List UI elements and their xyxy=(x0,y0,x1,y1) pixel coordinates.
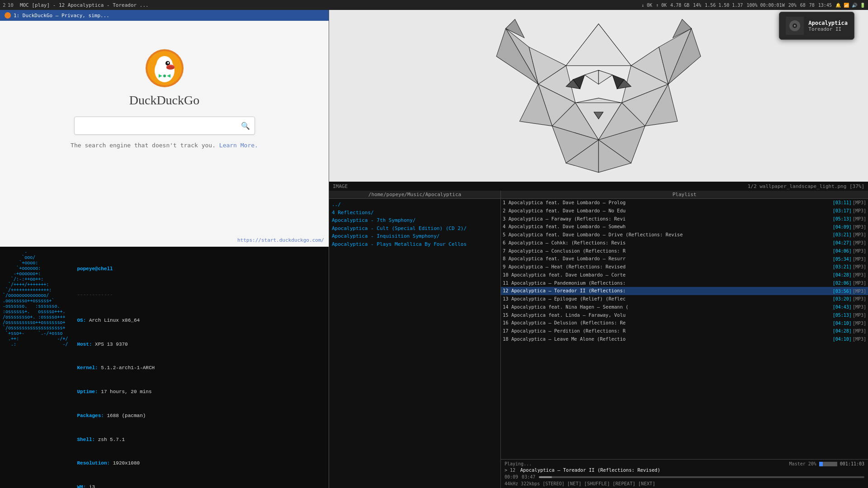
disk-usage: 4.78 GB xyxy=(670,3,689,8)
search-icon[interactable]: 🔍 xyxy=(241,122,250,130)
svg-point-5 xyxy=(167,62,169,64)
mem-usage: 78 xyxy=(809,3,815,8)
playlist-item[interactable]: 15 Apocalyptica feat. Linda – Faraway, V… xyxy=(501,311,868,319)
playlist-item[interactable]: 12 Apocalyptica – Toreador II (Reflectio… xyxy=(501,287,868,295)
browser-content: DuckDuckGo 🔍 The search engine that does… xyxy=(0,21,329,247)
file-list[interactable]: ../4 Reflections/Apocalyptica - 7th Symp… xyxy=(329,199,500,488)
playlist-item-format: [MP3] xyxy=(853,304,866,310)
playlist-item-format: [MP3] xyxy=(853,328,866,334)
playlist-item[interactable]: 8 Apocalyptica feat. Dave Lombardo – Res… xyxy=(501,255,868,263)
playlist-item-format: [MP3] xyxy=(853,336,866,343)
sysinfo-os: OS: Arch Linux x86_64 xyxy=(77,317,207,325)
playlist-header: Playlist xyxy=(501,191,868,199)
playlist-item-duration: [03:21] xyxy=(833,231,852,238)
playlist-item-duration: [05:13] xyxy=(833,216,852,222)
workspace-10[interactable]: 10 xyxy=(8,2,14,8)
sysinfo-resolution: Resolution: 868x488 xyxy=(77,460,207,468)
load-avg: 1.56 1.50 1.37 xyxy=(705,3,743,8)
file-item[interactable]: Apocalyptica - 7th Symphony/ xyxy=(331,216,499,225)
sys-tray-icons: 🔔 📶 🔊 🔋 xyxy=(835,3,865,8)
browser-tab-title: 1: DuckDuckGo — Privacy, simp... xyxy=(14,13,109,19)
workspace-numbers[interactable]: 2 10 xyxy=(3,2,14,8)
playlist-item[interactable]: 1 Apocalyptica feat. Dave Lombardo – Pro… xyxy=(501,199,868,207)
shuffle-btn[interactable]: [SHUFFLE] xyxy=(584,481,610,486)
playlist-item[interactable]: 10 Apocalyptica feat. Dave Lombardo – Co… xyxy=(501,271,868,279)
playlist-item[interactable]: 11 Apocalyptica – Pandemonium (Reflectio… xyxy=(501,279,868,287)
repeat-btn[interactable]: [REPEAT] xyxy=(613,481,636,486)
playlist-item[interactable]: 3 Apocalyptica – Faraway (Reflections: R… xyxy=(501,215,868,223)
playlist-item[interactable]: 5 Apocalyptica feat. Dave Lombardo – Dri… xyxy=(501,231,868,239)
sysinfo-packages: Packages: 1688 (pacman) xyxy=(77,412,207,420)
playlist-item-format: [MP3] xyxy=(853,296,866,302)
playlist-item[interactable]: 2 Apocalyptica feat. Dave Lombardo – No … xyxy=(501,207,868,215)
playlist-item[interactable]: 6 Apocalyptica – Cohkk: (Reflections: Re… xyxy=(501,239,868,247)
playlist-item-title: 1 Apocalyptica feat. Dave Lombardo – Pro… xyxy=(503,199,832,206)
file-item[interactable]: Apocalyptica - Inquisition Symphony/ xyxy=(331,232,499,240)
sysinfo-block: popeye@chell ------------ OS: Arch Linux… xyxy=(77,249,207,488)
playlist-item-duration: [04:43] xyxy=(833,304,852,310)
sysinfo-host: Host: XPS 13 9370 xyxy=(77,341,207,349)
now-playing: > 12 Apocalyptica – Toreador II (Reflect… xyxy=(505,467,864,473)
workspace-2[interactable]: 2 xyxy=(3,2,6,8)
next-btn[interactable]: [NEXT] xyxy=(638,481,656,486)
net-btn[interactable]: [NET] xyxy=(567,481,581,486)
playlist-item-format: [MP3] xyxy=(853,288,866,295)
browser-tab[interactable]: 1: DuckDuckGo — Privacy, simp... xyxy=(0,10,329,21)
track-arrow: > 12 xyxy=(505,468,515,473)
playlist-item-duration: [04:10] xyxy=(833,320,852,327)
image-status-bar: IMAGE 1/2 wallpaper_landscape_light.png … xyxy=(329,182,868,191)
playlist-item-format: [MP3] xyxy=(853,207,866,214)
playlist-item-title: 3 Apocalyptica – Faraway (Reflections: R… xyxy=(503,216,832,223)
playlist-item-duration: [04:28] xyxy=(833,328,852,334)
playlist-item-title: 13 Apocalyptica – Epilogue (Relief) (Ref… xyxy=(503,296,832,303)
progress-track[interactable] xyxy=(539,476,864,478)
playlist-item-format: [MP3] xyxy=(853,199,866,206)
playlist-item-duration: [04:09] xyxy=(833,224,852,230)
total-duration: 001:11:03 xyxy=(840,461,864,466)
playlist-item-title: 17 Apocalyptica – Perdition (Reflections… xyxy=(503,328,832,335)
file-item[interactable]: Apocalyptica - Plays Metallica By Four C… xyxy=(331,240,499,249)
svg-marker-37 xyxy=(585,70,599,84)
playlist-item-duration: [05:13] xyxy=(833,312,852,319)
net-down: ↓ 0K xyxy=(642,3,652,8)
temp-cpu: 68 xyxy=(800,3,806,8)
battery: 100% 00:00:01W xyxy=(746,3,784,8)
playlist-item[interactable]: 9 Apocalyptica – Heat (Reflections: Revi… xyxy=(501,263,868,271)
neofetch-output: - `ooo/ `+oooo: `+oooooo: -+oooooo+: `/:… xyxy=(3,249,326,488)
playlist-item[interactable]: 13 Apocalyptica – Epilogue (Relief) (Ref… xyxy=(501,295,868,303)
playlist-items[interactable]: 1 Apocalyptica feat. Dave Lombardo – Pro… xyxy=(501,199,868,459)
net-up: ↑ 0K xyxy=(656,3,667,8)
playlist-item-title: 14 Apocalyptica feat. Nina Hagen – Seema… xyxy=(503,304,832,311)
playlist-item[interactable]: 18 Apocalyptica – Leave Me Alone (Reflec… xyxy=(501,335,868,343)
right-panel: IMAGE 1/2 wallpaper_landscape_light.png … xyxy=(329,10,868,488)
playlist-item[interactable]: 7 Apocalyptica – Conclusion (Reflections… xyxy=(501,247,868,255)
privacy-tagline: The search engine that doesn't track you… xyxy=(71,142,258,149)
playlist-item-duration: [02:06] xyxy=(833,280,852,286)
search-box[interactable]: 🔍 xyxy=(74,117,255,135)
search-input[interactable] xyxy=(79,122,241,129)
playlist-item-format: [MP3] xyxy=(853,280,866,286)
file-item[interactable]: 4 Reflections/ xyxy=(331,209,499,217)
sysinfo-user: popeye@chell xyxy=(77,265,207,273)
file-item[interactable]: ../ xyxy=(331,201,499,209)
playlist-item-duration: [05:34] xyxy=(833,256,852,263)
playlist-item-duration: [04:27] xyxy=(833,239,852,246)
playlist-item[interactable]: 17 Apocalyptica – Perdition (Reflections… xyxy=(501,327,868,335)
track-name: Apocalyptica – Toreador II (Reflections:… xyxy=(520,467,660,473)
duckduckgo-favicon xyxy=(5,12,11,19)
playlist-item-title: 7 Apocalyptica – Conclusion (Reflections… xyxy=(503,248,832,255)
learn-more-link[interactable]: Learn More. xyxy=(219,142,258,149)
album-art-icon xyxy=(786,17,804,35)
main-area: 1: DuckDuckGo — Privacy, simp... xyxy=(0,10,868,488)
file-item[interactable]: Apocalyptica - Cult (Special Edition) (C… xyxy=(331,225,499,233)
playlist-item[interactable]: 14 Apocalyptica feat. Nina Hagen – Seema… xyxy=(501,303,868,311)
sysinfo-shell: Shell: zsh 5.7.1 xyxy=(77,436,207,444)
playlist-item-duration: [04:10] xyxy=(833,336,852,343)
taskbar: 2 10 MOC [play] - 12 Apocalyptica - Tore… xyxy=(0,0,868,10)
playlist-item[interactable]: 16 Apocalyptica – Delusion (Reflections:… xyxy=(501,319,868,327)
duckduckgo-name: DuckDuckGo xyxy=(129,93,200,108)
svg-marker-38 xyxy=(599,70,613,84)
volume-bar[interactable] xyxy=(819,462,837,466)
playlist-item-title: 18 Apocalyptica – Leave Me Alone (Reflec… xyxy=(503,336,832,343)
playlist-item[interactable]: 4 Apocalyptica feat. Dave Lombardo – Som… xyxy=(501,223,868,231)
